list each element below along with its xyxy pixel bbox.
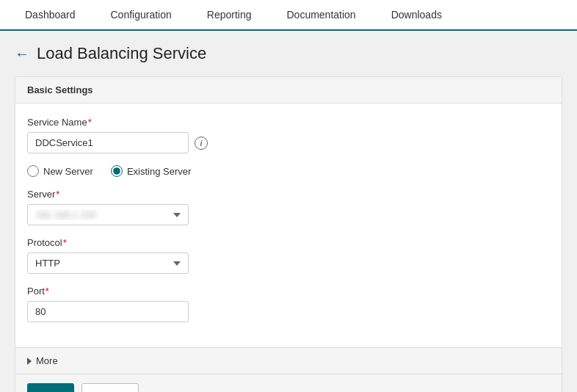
service-name-input-row: i: [27, 132, 550, 153]
service-name-input[interactable]: [27, 132, 189, 153]
chevron-right-icon: [27, 357, 32, 365]
server-type-radio-group: New Server Existing Server: [27, 165, 550, 177]
protocol-group: Protocol HTTP HTTPS TCP UDP: [27, 237, 550, 274]
port-group: Port: [27, 286, 550, 322]
server-label: Server: [27, 189, 550, 200]
tab-dashboard[interactable]: Dashboard: [7, 0, 93, 29]
more-label: More: [36, 355, 58, 366]
card-body: Service Name i New Server Existing Serve…: [15, 104, 562, 347]
ok-button[interactable]: OK: [27, 383, 74, 392]
new-server-radio-label[interactable]: New Server: [27, 165, 93, 177]
card: Basic Settings Service Name i New Server: [15, 76, 562, 392]
tab-downloads[interactable]: Downloads: [374, 0, 460, 29]
server-group: Server 192.168.1.100: [27, 189, 550, 225]
port-input[interactable]: [27, 301, 189, 322]
existing-server-radio-label[interactable]: Existing Server: [111, 165, 191, 177]
service-name-label: Service Name: [27, 117, 550, 128]
existing-server-label: Existing Server: [127, 166, 191, 177]
existing-server-radio[interactable]: [111, 165, 123, 177]
page-title: Load Balancing Service: [37, 44, 206, 63]
server-select[interactable]: 192.168.1.100: [27, 204, 189, 225]
more-section[interactable]: More: [15, 347, 562, 374]
tab-reporting[interactable]: Reporting: [189, 0, 269, 29]
page-header: ← Load Balancing Service: [15, 44, 562, 63]
card-footer: OK Cancel: [15, 374, 562, 392]
service-name-info-icon[interactable]: i: [195, 137, 208, 150]
page-content: ← Load Balancing Service Basic Settings …: [0, 31, 577, 392]
protocol-label: Protocol: [27, 237, 550, 248]
tab-configuration[interactable]: Configuration: [93, 0, 189, 29]
section-header: Basic Settings: [15, 77, 562, 104]
tab-documentation[interactable]: Documentation: [269, 0, 373, 29]
new-server-label: New Server: [43, 166, 93, 177]
nav-bar: Dashboard Configuration Reporting Docume…: [0, 0, 577, 31]
cancel-button[interactable]: Cancel: [81, 383, 139, 392]
protocol-select[interactable]: HTTP HTTPS TCP UDP: [27, 253, 189, 274]
port-label: Port: [27, 286, 550, 297]
new-server-radio[interactable]: [27, 165, 39, 177]
back-button[interactable]: ←: [15, 46, 29, 62]
service-name-group: Service Name i: [27, 117, 550, 153]
